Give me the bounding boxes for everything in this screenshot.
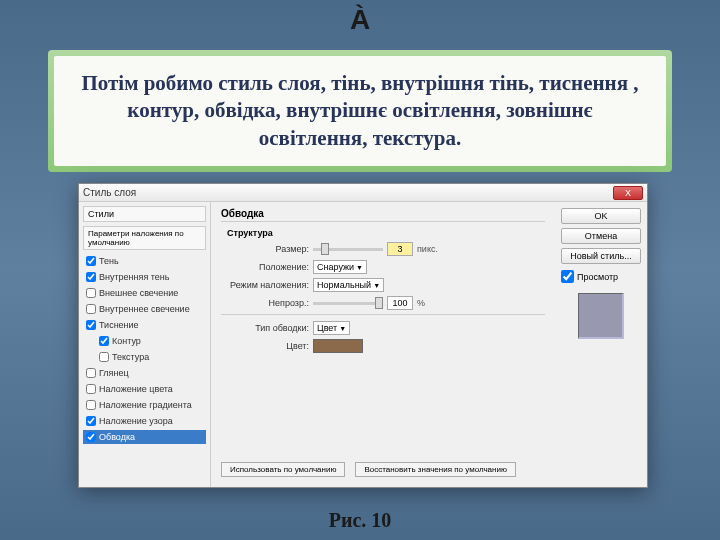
size-slider[interactable] [313,248,383,251]
opacity-unit: % [417,298,425,308]
style-label: Наложение узора [99,416,173,426]
chevron-down-icon: ▼ [339,325,346,332]
reset-default-button[interactable]: Восстановить значения по умолчанию [355,462,516,477]
style-item-inner-shadow[interactable]: Внутренняя тень [83,270,206,284]
style-label: Внешнее свечение [99,288,178,298]
dialog-titlebar: Стиль слоя X [79,184,647,202]
divider [221,314,545,315]
layer-style-dialog: Стиль слоя X Стили Параметри наложения п… [78,183,648,488]
ok-button[interactable]: OK [561,208,641,224]
blend-dropdown[interactable]: Нормальный ▼ [313,278,384,292]
color-label: Цвет: [221,341,309,351]
chevron-down-icon: ▼ [373,282,380,289]
style-item-satin[interactable]: Глянец [83,366,206,380]
blend-row: Режим наложения: Нормальный ▼ [221,278,545,292]
preview-thumbnail [578,293,624,339]
close-button[interactable]: X [613,186,643,200]
stroke-type-row: Тип обводки: Цвет ▼ [221,321,545,335]
stroke-type-value: Цвет [317,323,337,333]
style-item-bevel[interactable]: Тиснение [83,318,206,332]
style-item-gradient-overlay[interactable]: Наложение градиента [83,398,206,412]
preview-label: Просмотр [577,272,618,282]
style-label: Обводка [99,432,135,442]
style-item-shadow[interactable]: Тень [83,254,206,268]
chevron-down-icon: ▼ [356,264,363,271]
stroke-type-dropdown[interactable]: Цвет ▼ [313,321,350,335]
color-swatch[interactable] [313,339,363,353]
preview-toggle[interactable]: Просмотр [561,270,641,283]
style-label: Текстура [112,352,149,362]
style-item-contour[interactable]: Контур [83,334,206,348]
dialog-buttons-column: OK Отмена Новый стиль... Просмотр [555,202,647,487]
stroke-settings-panel: Обводка Структура Размер: пикс. Положени… [211,202,555,487]
checkbox-stroke[interactable] [86,432,96,442]
group-subtitle: Структура [227,228,545,238]
position-value: Снаружи [317,262,354,272]
instruction-panel: Потім робимо стиль слоя, тінь, внутрішня… [54,56,666,166]
blend-value: Нормальный [317,280,371,290]
style-label: Глянец [99,368,129,378]
size-row: Размер: пикс. [221,242,545,256]
instruction-banner: Потім робимо стиль слоя, тінь, внутрішня… [48,50,672,172]
group-title: Обводка [221,208,545,219]
checkbox-gradient-overlay[interactable] [86,400,96,410]
checkbox-outer-glow[interactable] [86,288,96,298]
style-item-texture[interactable]: Текстура [83,350,206,364]
size-label: Размер: [221,244,309,254]
styles-list: Стили Параметри наложения по умолчанию Т… [79,202,211,487]
style-label: Наложение цвета [99,384,173,394]
new-style-button[interactable]: Новый стиль... [561,248,641,264]
params-header[interactable]: Параметри наложения по умолчанию [83,226,206,250]
size-unit: пикс. [417,244,438,254]
styles-header: Стили [83,206,206,222]
checkbox-inner-shadow[interactable] [86,272,96,282]
style-item-color-overlay[interactable]: Наложение цвета [83,382,206,396]
opacity-row: Непрозр.: % [221,296,545,310]
checkbox-inner-glow[interactable] [86,304,96,314]
style-item-pattern-overlay[interactable]: Наложение узора [83,414,206,428]
cancel-button[interactable]: Отмена [561,228,641,244]
style-label: Тиснение [99,320,139,330]
opacity-label: Непрозр.: [221,298,309,308]
checkbox-satin[interactable] [86,368,96,378]
opacity-input[interactable] [387,296,413,310]
style-label: Контур [112,336,141,346]
divider [221,221,545,222]
style-label: Внутренняя тень [99,272,169,282]
blend-label: Режим наложения: [221,280,309,290]
preview-checkbox[interactable] [561,270,574,283]
style-label: Внутреннее свечение [99,304,190,314]
style-item-inner-glow[interactable]: Внутреннее свечение [83,302,206,316]
checkbox-color-overlay[interactable] [86,384,96,394]
style-item-outer-glow[interactable]: Внешнее свечение [83,286,206,300]
instruction-text: Потім робимо стиль слоя, тінь, внутрішня… [74,70,646,152]
checkbox-pattern-overlay[interactable] [86,416,96,426]
slider-thumb-icon[interactable] [321,243,329,255]
dialog-title: Стиль слоя [83,187,136,198]
figure-caption: Рис. 10 [0,509,720,532]
color-row: Цвет: [221,339,545,353]
make-default-button[interactable]: Использовать по умолчанию [221,462,345,477]
style-label: Наложение градиента [99,400,192,410]
position-row: Положение: Снаружи ▼ [221,260,545,274]
checkbox-texture[interactable] [99,352,109,362]
top-symbol: À [0,0,720,36]
style-label: Тень [99,256,119,266]
position-dropdown[interactable]: Снаружи ▼ [313,260,367,274]
position-label: Положение: [221,262,309,272]
checkbox-bevel[interactable] [86,320,96,330]
opacity-slider[interactable] [313,302,383,305]
checkbox-shadow[interactable] [86,256,96,266]
stroke-type-label: Тип обводки: [221,323,309,333]
size-input[interactable] [387,242,413,256]
style-item-stroke[interactable]: Обводка [83,430,206,444]
slider-thumb-icon[interactable] [375,297,383,309]
checkbox-contour[interactable] [99,336,109,346]
